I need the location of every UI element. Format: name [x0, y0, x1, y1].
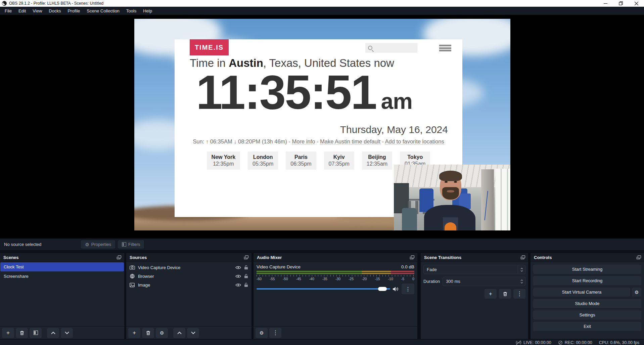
- sun-info-line: Sun: ↑ 06:35AM ↓ 08:20PM (13h 46m) - Mor…: [175, 138, 462, 145]
- properties-button[interactable]: ⚙ Properties: [81, 240, 115, 249]
- mixer-level-db: 0.0 dB: [401, 264, 414, 269]
- studio-mode-button[interactable]: Studio Mode: [533, 299, 641, 308]
- dock-popout-icon[interactable]: [636, 255, 641, 260]
- move-scene-up-button[interactable]: [47, 328, 59, 338]
- visibility-eye-icon[interactable]: [235, 283, 241, 287]
- source-item-image[interactable]: Image: [126, 281, 251, 289]
- menu-docks[interactable]: Docks: [45, 7, 64, 14]
- exit-button[interactable]: Exit: [533, 322, 641, 331]
- advanced-audio-button[interactable]: ⚙: [256, 328, 268, 338]
- selected-source-toolbar: No source selected ⚙ Properties Filters: [0, 239, 644, 250]
- titlebar: OBS 29.1.2 - Profile: LLHLS BETA - Scene…: [0, 0, 644, 7]
- speaker-icon[interactable]: [393, 287, 399, 292]
- menu-file[interactable]: File: [1, 7, 15, 14]
- add-scene-button[interactable]: +: [2, 328, 14, 338]
- volume-slider-handle[interactable]: [378, 287, 387, 291]
- remove-scene-button[interactable]: [16, 328, 28, 338]
- add-favorite-link[interactable]: Add to favorite locations: [385, 138, 444, 145]
- visibility-eye-icon[interactable]: [235, 266, 241, 269]
- timeis-search-input[interactable]: [365, 43, 417, 53]
- timeis-logo[interactable]: TIME.IS: [190, 39, 229, 55]
- restore-button[interactable]: [613, 0, 629, 7]
- hamburger-menu-icon[interactable]: [439, 44, 451, 52]
- move-source-up-button[interactable]: [173, 328, 185, 338]
- dock-popout-icon[interactable]: [244, 255, 249, 260]
- source-status-text: No source selected: [4, 242, 41, 247]
- transition-select[interactable]: Fade: [423, 265, 525, 274]
- sources-dock: Sources Video Capture Device: [126, 253, 251, 339]
- menu-help[interactable]: Help: [140, 7, 155, 14]
- visibility-eye-icon[interactable]: [235, 274, 241, 278]
- virtual-camera-config-button[interactable]: ⚙: [632, 288, 641, 297]
- lock-icon[interactable]: [244, 283, 248, 287]
- duration-spinbox[interactable]: 300 ms: [443, 277, 525, 286]
- world-clock-kyiv[interactable]: Kyiv07:35pm: [324, 152, 354, 170]
- more-info-link[interactable]: More info: [292, 138, 315, 145]
- controls-dock-title: Controls: [534, 255, 552, 260]
- add-transition-button[interactable]: +: [485, 289, 497, 299]
- start-streaming-button[interactable]: Start Streaming: [533, 265, 641, 274]
- scene-transitions-dock: Scene Transitions Fade Duration 300 ms: [421, 253, 528, 339]
- filters-icon: [122, 242, 126, 247]
- gears-icon: ⚙: [260, 331, 264, 335]
- remove-source-button[interactable]: [142, 328, 154, 338]
- spin-carets[interactable]: [518, 279, 525, 284]
- start-recording-button[interactable]: Start Recording: [533, 276, 641, 285]
- webcam-video: [394, 165, 510, 230]
- chevron-up-icon: [177, 332, 182, 334]
- world-clock-newyork[interactable]: New York12:35pm: [207, 152, 240, 170]
- make-default-link[interactable]: Make Austin time default: [320, 138, 380, 145]
- scene-item-screenshare[interactable]: Screenshare: [0, 272, 124, 281]
- close-button[interactable]: [629, 0, 644, 7]
- world-clock-london[interactable]: London05:35pm: [248, 152, 278, 170]
- lock-icon[interactable]: [244, 265, 248, 270]
- scene-item-clock-test[interactable]: Clock Test: [0, 262, 124, 271]
- gear-icon: ⚙: [635, 290, 639, 295]
- chevron-down-icon: [65, 332, 69, 334]
- mixer-menu-button[interactable]: ⋮: [269, 328, 281, 338]
- image-icon: [129, 283, 135, 287]
- add-source-button[interactable]: +: [128, 328, 140, 338]
- mixer-options-button[interactable]: ⋮: [402, 284, 414, 294]
- transitions-dock-title: Scene Transitions: [424, 255, 461, 260]
- sources-dock-title: Sources: [130, 255, 147, 260]
- filters-button[interactable]: Filters: [118, 240, 144, 249]
- menu-tools[interactable]: Tools: [123, 7, 140, 14]
- dock-popout-icon[interactable]: [117, 255, 122, 260]
- menu-scene-collection[interactable]: Scene Collection: [83, 7, 123, 14]
- audio-mixer-dock: Audio Mixer Video Capture Device 0.0 dB …: [254, 253, 417, 339]
- source-item-browser[interactable]: Browser: [126, 272, 251, 281]
- menu-edit[interactable]: Edit: [15, 7, 29, 14]
- status-bar: LIVE: 00:00:00 REC: 00:00:00 CPU: 0.6%, …: [0, 340, 644, 345]
- dock-popout-icon[interactable]: [520, 255, 525, 260]
- remove-transition-button[interactable]: [499, 289, 511, 299]
- menu-view[interactable]: View: [29, 7, 45, 14]
- world-clock-paris[interactable]: Paris06:35pm: [286, 152, 316, 170]
- menubar: File Edit View Docks Profile Scene Colle…: [0, 7, 644, 15]
- scenes-dock: Scenes Clock Test Screenshare +: [0, 253, 124, 339]
- lock-icon[interactable]: [244, 274, 248, 278]
- source-item-video-capture[interactable]: Video Capture Device: [126, 263, 251, 272]
- settings-button[interactable]: Settings: [533, 310, 641, 319]
- window-title: OBS 29.1.2 - Profile: LLHLS BETA - Scene…: [9, 1, 103, 6]
- scene-filters-button[interactable]: [30, 328, 42, 338]
- time-ampm: am: [381, 88, 412, 114]
- scene-preview[interactable]: TIME.IS Time in Austin, Texas, United St…: [134, 19, 510, 230]
- move-source-down-button[interactable]: [187, 328, 199, 338]
- minimize-button[interactable]: [598, 0, 613, 7]
- menu-profile[interactable]: Profile: [64, 7, 83, 14]
- mixer-dock-title: Audio Mixer: [257, 255, 282, 260]
- gear-icon: ⚙: [85, 242, 89, 247]
- scenes-dock-title: Scenes: [3, 255, 19, 260]
- source-properties-button[interactable]: ⚙: [156, 328, 168, 338]
- move-scene-down-button[interactable]: [61, 328, 73, 338]
- live-status: LIVE: 00:00:00: [516, 340, 551, 345]
- webcam-window: [495, 169, 510, 230]
- world-clock-beijing[interactable]: Beijing12:35am: [362, 152, 392, 170]
- dock-popout-icon[interactable]: [410, 255, 415, 260]
- time-digits: 11:35:51: [196, 65, 376, 120]
- volume-meter: -60-55-50 -45-40-35 -30-25-20 -15-10-5 0: [257, 271, 414, 281]
- volume-slider[interactable]: [257, 288, 390, 290]
- start-virtual-camera-button[interactable]: Start Virtual Camera: [533, 288, 630, 297]
- transition-properties-button[interactable]: ⋮: [513, 289, 525, 299]
